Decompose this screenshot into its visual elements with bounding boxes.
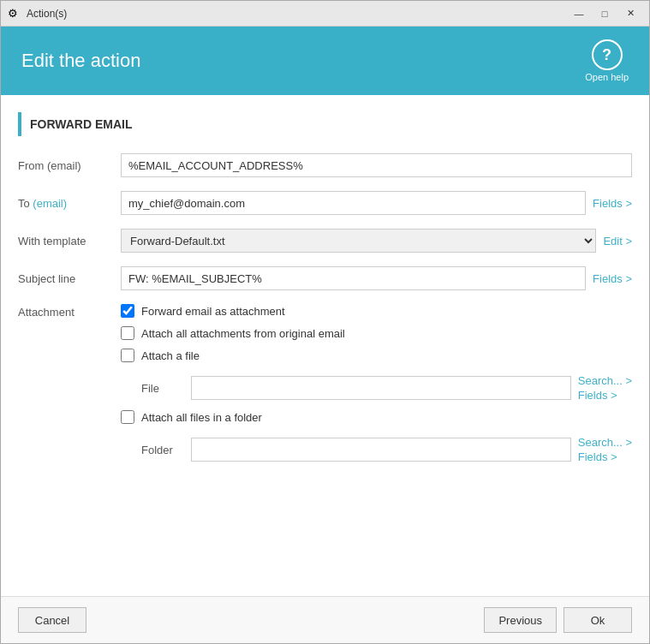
cb3-label[interactable]: Attach a file [141, 349, 200, 362]
cb3-checkbox[interactable] [121, 349, 134, 362]
section-border-accent [18, 112, 21, 136]
cb3-row: Attach a file [121, 349, 632, 362]
attachment-label: Attachment [18, 304, 121, 463]
open-help-button[interactable]: ? Open help [585, 39, 629, 82]
help-icon: ? [592, 39, 623, 70]
to-input[interactable] [121, 191, 586, 215]
cb2-checkbox[interactable] [121, 326, 134, 340]
title-bar: ⚙ Action(s) — □ ✕ [1, 1, 649, 27]
title-bar-left: ⚙ Action(s) [8, 7, 67, 21]
close-button[interactable]: ✕ [618, 5, 642, 22]
file-search-button[interactable]: Search... > [578, 374, 632, 387]
folder-fields-button[interactable]: Fields > [578, 450, 617, 463]
folder-label: Folder [141, 444, 184, 456]
cb1-checkbox[interactable] [121, 304, 134, 318]
window: ⚙ Action(s) — □ ✕ Edit the action ? Open… [0, 0, 650, 644]
folder-row: Folder Search... > Fields > [141, 436, 632, 463]
folder-input[interactable] [191, 438, 571, 462]
to-row: To (email) Fields > [18, 191, 632, 215]
subject-row: Subject line Fields > [18, 266, 632, 290]
template-select[interactable]: Forward-Default.txt [121, 229, 596, 253]
title-bar-title: Action(s) [27, 8, 67, 20]
cb2-row: Attach all attachments from original ema… [121, 326, 632, 340]
maximize-button[interactable]: □ [593, 5, 617, 22]
subject-input[interactable] [121, 266, 586, 290]
cb4-row: Attach all files in a folder [121, 410, 632, 424]
file-fields-button[interactable]: Fields > [578, 389, 617, 402]
cb1-label[interactable]: Forward email as attachment [141, 305, 285, 318]
header: Edit the action ? Open help [1, 27, 649, 95]
app-icon: ⚙ [8, 7, 21, 21]
content-area: FORWARD EMAIL From (email) To (email) Fi… [1, 95, 649, 596]
cb4-label[interactable]: Attach all files in a folder [141, 411, 262, 424]
help-label: Open help [585, 72, 629, 82]
to-text: To [18, 197, 30, 210]
template-label: With template [18, 235, 121, 247]
template-row: With template Forward-Default.txt Edit > [18, 229, 632, 253]
to-label: To (email) [18, 197, 121, 210]
from-input[interactable] [121, 153, 632, 177]
footer: Cancel Previous Ok [1, 596, 649, 643]
subject-fields-button[interactable]: Fields > [593, 272, 632, 285]
from-row: From (email) [18, 153, 632, 177]
previous-button[interactable]: Previous [484, 607, 557, 633]
subject-label: Subject line [18, 272, 121, 285]
file-input[interactable] [191, 376, 571, 400]
title-bar-controls: — □ ✕ [567, 5, 642, 22]
subject-control: Fields > [121, 266, 632, 290]
folder-links: Search... > Fields > [578, 436, 632, 463]
form-area: FORWARD EMAIL From (email) To (email) Fi… [1, 95, 649, 596]
folder-search-button[interactable]: Search... > [578, 436, 632, 449]
file-label: File [141, 382, 184, 395]
template-edit-button[interactable]: Edit > [603, 235, 632, 247]
cb1-row: Forward email as attachment [121, 304, 632, 318]
page-title: Edit the action [21, 50, 140, 72]
attachment-section: Attachment Forward email as attachment A… [18, 304, 632, 463]
cb2-label[interactable]: Attach all attachments from original ema… [141, 327, 345, 340]
template-control: Forward-Default.txt Edit > [121, 229, 632, 253]
minimize-button[interactable]: — [567, 5, 591, 22]
from-label: From (email) [18, 159, 121, 172]
footer-right: Previous Ok [484, 607, 632, 633]
file-row: File Search... > Fields > [141, 374, 632, 402]
section-header: FORWARD EMAIL [18, 112, 632, 136]
attachment-options: Forward email as attachment Attach all a… [121, 304, 632, 463]
ok-button[interactable]: Ok [564, 607, 632, 633]
to-fields-button[interactable]: Fields > [593, 197, 632, 210]
cancel-button[interactable]: Cancel [18, 607, 86, 633]
to-control: Fields > [121, 191, 632, 215]
file-links: Search... > Fields > [578, 374, 632, 402]
from-control [121, 153, 632, 177]
cb4-checkbox[interactable] [121, 410, 134, 424]
section-title: FORWARD EMAIL [30, 117, 133, 131]
